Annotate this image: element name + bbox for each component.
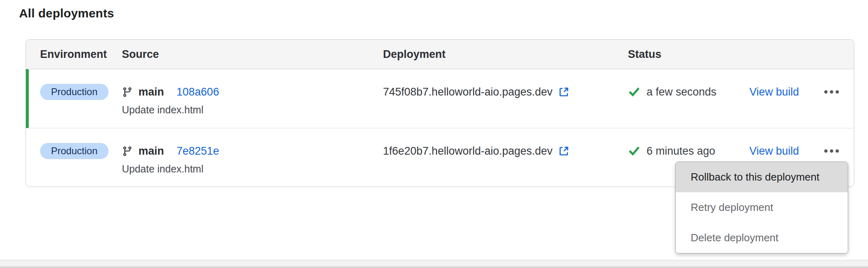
deployment-cell: 1f6e20b7.helloworld-aio.pages.dev (383, 143, 628, 159)
menu-item-delete[interactable]: Delete deployment (676, 223, 848, 253)
source-cell: main 108a606 Update index.html (122, 84, 383, 116)
next-section-edge (0, 261, 868, 268)
environment-badge: Production (40, 143, 108, 159)
environment-cell: Production (26, 143, 122, 159)
check-icon (628, 146, 640, 157)
branch-name: main (138, 145, 164, 157)
menu-item-rollback[interactable]: Rollback to this deployment (676, 162, 848, 192)
status-cell: a few seconds View build (628, 84, 854, 100)
menu-item-retry[interactable]: Retry deployment (676, 192, 848, 223)
environment-cell: Production (26, 84, 122, 100)
deployment-context-menu: Rollback to this deployment Retry deploy… (675, 162, 848, 253)
view-build-link[interactable]: View build (749, 145, 799, 157)
git-branch-icon (122, 87, 133, 98)
commit-link[interactable]: 7e8251e (177, 145, 219, 157)
deployment-url: 745f08b7.helloworld-aio.pages.dev (383, 86, 553, 98)
status-cell: 6 minutes ago View build (628, 143, 854, 159)
page-title: All deployments (19, 6, 114, 20)
branch-name: main (138, 86, 164, 98)
status-text: a few seconds (647, 86, 717, 98)
commit-message: Update index.html (122, 163, 383, 175)
ellipsis-menu-button[interactable] (823, 86, 840, 98)
column-header-status: Status (628, 48, 854, 61)
commit-link[interactable]: 108a606 (177, 86, 219, 98)
source-cell: main 7e8251e Update index.html (122, 143, 383, 175)
column-header-deployment: Deployment (383, 48, 628, 61)
status-text: 6 minutes ago (647, 145, 715, 157)
external-link-icon[interactable] (558, 146, 569, 157)
external-link-icon[interactable] (558, 87, 569, 98)
table-header-row: Environment Source Deployment Status (26, 40, 854, 69)
column-header-environment: Environment (26, 48, 122, 61)
view-build-link[interactable]: View build (749, 86, 799, 98)
column-header-source: Source (122, 48, 383, 61)
deployment-cell: 745f08b7.helloworld-aio.pages.dev (383, 84, 628, 100)
table-row: Production main 108a606 Update index.htm… (26, 69, 854, 128)
commit-message: Update index.html (122, 104, 383, 116)
check-icon (628, 87, 640, 98)
deployment-url: 1f6e20b7.helloworld-aio.pages.dev (383, 145, 553, 157)
ellipsis-menu-button[interactable] (823, 145, 840, 157)
environment-badge: Production (40, 84, 108, 100)
git-branch-icon (122, 146, 133, 157)
